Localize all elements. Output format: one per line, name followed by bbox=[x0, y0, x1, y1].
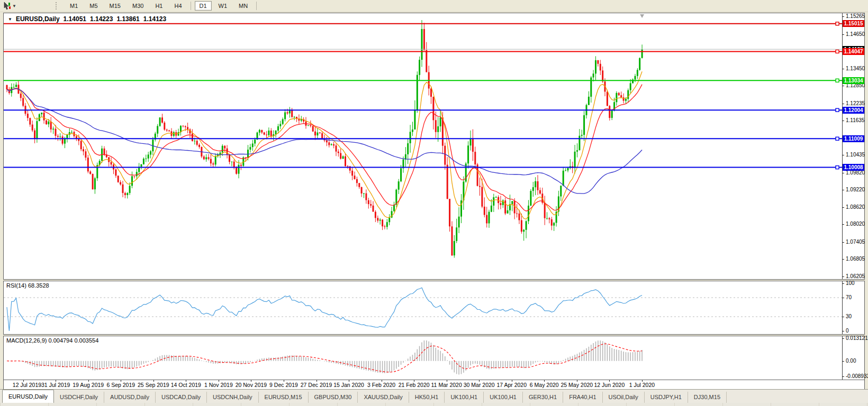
macd-tick bbox=[842, 376, 844, 377]
chart-tab-usdcnh-daily[interactable]: USDCNH,Daily bbox=[207, 392, 259, 403]
chart-title: ▼ EURUSD,Daily 1.14051 1.14223 1.13861 1… bbox=[8, 15, 170, 23]
price-tick bbox=[842, 276, 844, 277]
price-tick-label: 1.13450 bbox=[846, 66, 865, 71]
price-tick-label: 1.11635 bbox=[846, 117, 864, 123]
chart-tab-audusd-daily[interactable]: AUDUSD,Daily bbox=[104, 392, 156, 403]
rsi-tick-label: 0 bbox=[846, 328, 849, 334]
chart-tab-gbpusd-m30[interactable]: GBPUSD,M30 bbox=[309, 392, 358, 403]
macd-tick-label: 0.00 bbox=[846, 358, 856, 364]
price-tick-label: 1.15265 bbox=[846, 13, 865, 19]
ohlc-close: 1.14123 bbox=[143, 15, 166, 23]
macd-pane[interactable]: 0.0131210.00-0.008933 MACD(12,26,9) 0.00… bbox=[3, 336, 865, 380]
chart-window: 1.152651.146501.134501.128501.122351.116… bbox=[3, 13, 865, 389]
timeframe-button-m5[interactable]: M5 bbox=[85, 1, 102, 11]
chart-cursor-icon[interactable] bbox=[2, 2, 12, 10]
rsi-canvas[interactable] bbox=[4, 281, 842, 333]
rsi-label: RSI(14) 68.3528 bbox=[6, 282, 49, 289]
chart-tab-usoil-daily[interactable]: USOil,Daily bbox=[603, 392, 645, 403]
price-tick bbox=[842, 69, 844, 69]
rsi-tick bbox=[842, 283, 844, 284]
price-tick-label: 1.14650 bbox=[846, 31, 865, 37]
rsi-tick bbox=[842, 298, 844, 298]
rsi-tick-label: 100 bbox=[846, 280, 855, 286]
hline-price-badge: 1.11009 bbox=[843, 135, 864, 142]
price-tick bbox=[842, 242, 844, 243]
date-label: 1 Jul 2020 bbox=[620, 382, 664, 388]
ohlc-open: 1.14051 bbox=[64, 15, 86, 23]
hline-price-badge: 1.15015 bbox=[843, 20, 864, 27]
chart-title-symbol: EURUSD,Daily bbox=[16, 15, 60, 23]
rsi-tick-label: 30 bbox=[846, 313, 852, 319]
timeframe-button-d1[interactable]: D1 bbox=[195, 1, 212, 11]
price-tick bbox=[842, 16, 844, 17]
timeframe-button-mn[interactable]: MN bbox=[234, 1, 252, 11]
timeframe-button-m30[interactable]: M30 bbox=[128, 1, 148, 11]
chart-tab-usdchf-daily[interactable]: USDCHF,Daily bbox=[54, 392, 104, 403]
date-axis[interactable]: 12 Jul 201931 Jul 201919 Aug 20196 Sep 2… bbox=[3, 380, 865, 390]
rsi-tick bbox=[842, 331, 844, 331]
chart-tab-usdjpy-h1[interactable]: USDJPY,H1 bbox=[645, 392, 688, 403]
hline-price-badge: 1.13034 bbox=[843, 77, 864, 84]
price-tick-label: 1.06205 bbox=[846, 273, 865, 279]
timeframe-buttons: M1M5M15M30H1H4D1W1MN bbox=[64, 0, 259, 12]
chart-tab-bar: EURUSD,DailyUSDCHF,DailyAUDUSD,DailyUSDC… bbox=[0, 389, 868, 403]
chart-tab-fra40-h1[interactable]: FRA40,H1 bbox=[563, 392, 602, 403]
chart-tools-dropdown-icon[interactable]: ▼ bbox=[12, 4, 17, 8]
price-chart-canvas[interactable] bbox=[4, 13, 842, 278]
macd-axis[interactable]: 0.0131210.00-0.008933 bbox=[842, 336, 864, 380]
collapse-triangle-icon[interactable]: ▼ bbox=[8, 17, 12, 22]
chart-tab-usdcad-daily[interactable]: USDCAD,Daily bbox=[156, 392, 207, 403]
ohlc-low: 1.13861 bbox=[116, 15, 139, 23]
tabbar-scroll-strip[interactable] bbox=[0, 403, 868, 406]
macd-canvas[interactable] bbox=[4, 336, 842, 379]
rsi-pane[interactable]: 10070300 RSI(14) 68.3528 bbox=[3, 281, 865, 335]
price-tick bbox=[842, 224, 844, 225]
price-tick bbox=[842, 104, 844, 104]
price-tick-label: 1.09220 bbox=[846, 187, 865, 192]
rsi-axis[interactable]: 10070300 bbox=[842, 281, 864, 334]
price-pane[interactable]: 1.152651.146501.134501.128501.122351.116… bbox=[3, 13, 865, 280]
price-tick bbox=[842, 173, 844, 173]
timeframe-button-m1[interactable]: M1 bbox=[65, 1, 83, 11]
chart-tab-ger30-h1[interactable]: GER30,H1 bbox=[523, 392, 563, 403]
price-tick-label: 1.12235 bbox=[846, 100, 865, 106]
price-tick-label: 1.08620 bbox=[846, 204, 865, 210]
chart-tab-uk100-h1[interactable]: UK100,H1 bbox=[484, 392, 523, 403]
macd-tick-label: -0.008933 bbox=[846, 373, 868, 379]
price-tick bbox=[842, 190, 844, 190]
price-tick-label: 1.06805 bbox=[846, 256, 865, 262]
price-tick bbox=[842, 86, 844, 86]
rsi-tick bbox=[842, 317, 844, 317]
macd-tick bbox=[842, 338, 844, 339]
macd-tick bbox=[842, 361, 844, 362]
timeframe-toolbar: ▼ M1M5M15M30H1H4D1W1MN bbox=[0, 0, 868, 12]
price-axis[interactable]: 1.152651.146501.134501.128501.122351.116… bbox=[842, 13, 864, 279]
timeframe-button-h4[interactable]: H4 bbox=[169, 1, 186, 11]
hline-price-badge: 1.12004 bbox=[843, 107, 864, 114]
timeframe-button-m15[interactable]: M15 bbox=[105, 1, 125, 11]
toolbar-grip[interactable] bbox=[56, 2, 59, 10]
hline-price-badge: 1.14047 bbox=[843, 48, 864, 55]
price-tick-label: 1.07405 bbox=[846, 239, 865, 245]
price-tick bbox=[842, 259, 844, 260]
price-tick bbox=[842, 207, 844, 208]
ohlc-high: 1.14223 bbox=[90, 15, 113, 23]
price-tick bbox=[842, 34, 844, 35]
chart-tab-hk50-h1[interactable]: HK50,H1 bbox=[409, 392, 445, 403]
price-tick bbox=[842, 155, 844, 155]
price-tick-label: 1.08020 bbox=[846, 221, 865, 227]
timeframe-button-h1[interactable]: H1 bbox=[150, 1, 167, 11]
chart-tab-eurusd-m15[interactable]: EURUSD,M15 bbox=[259, 392, 309, 403]
chart-tab-eurusd-daily[interactable]: EURUSD,Daily bbox=[2, 390, 54, 403]
timeframe-button-w1[interactable]: W1 bbox=[214, 1, 232, 11]
toolbar-separator bbox=[191, 2, 191, 10]
macd-tick-label: 0.013121 bbox=[846, 335, 868, 341]
chart-tab-uk100-h1[interactable]: UK100,H1 bbox=[445, 392, 484, 403]
chart-tab-dj30-m15[interactable]: DJ30,M15 bbox=[688, 392, 727, 403]
macd-label: MACD(12,26,9) 0.004794 0.003554 bbox=[6, 337, 98, 344]
rsi-tick-label: 70 bbox=[846, 294, 852, 300]
mt4-window: ▼ M1M5M15M30H1H4D1W1MN 1.152651.146501.1… bbox=[0, 0, 868, 406]
price-tick bbox=[842, 121, 844, 121]
chart-tab-xauusd-daily[interactable]: XAUUSD,Daily bbox=[358, 392, 409, 403]
hline-price-badge: 1.10008 bbox=[843, 164, 864, 171]
